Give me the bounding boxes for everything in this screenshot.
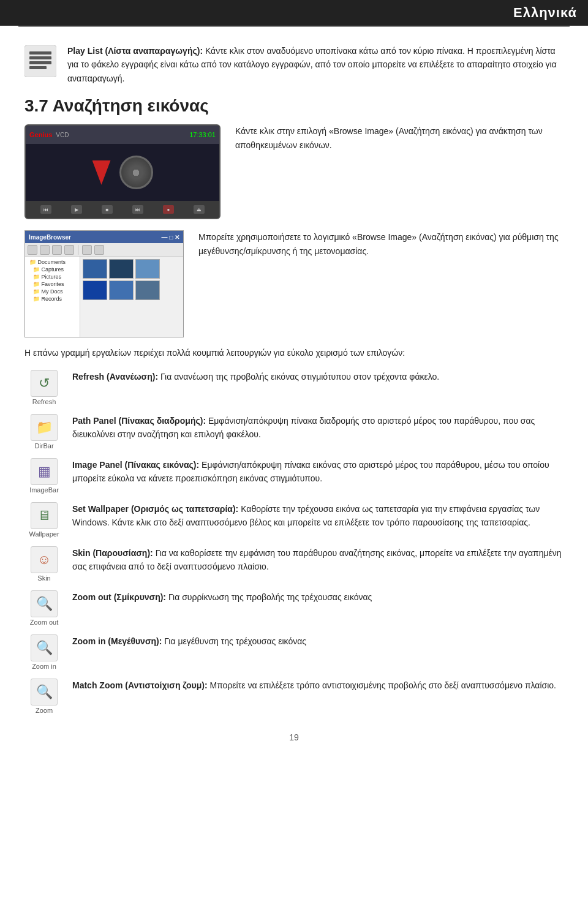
tool-item-zoomout: 🔍Zoom outZoom out (Σμίκρυνση): Για συρρί… xyxy=(24,590,564,626)
tool-title-zoom: Match Zoom (Αντιστοίχιση ζουμ): xyxy=(72,680,210,690)
browse-win-body: 📁 Documents 📁 Captures 📁 Pictures 📁 Favo… xyxy=(25,257,183,337)
browse-win-toolbar xyxy=(25,243,183,257)
thumb-2 xyxy=(109,259,134,279)
tools-container: ↺RefreshRefresh (Ανανέωση): Για ανανέωση… xyxy=(24,370,564,714)
vcd-top: Genius VCD 17:33:01 xyxy=(26,126,219,144)
intro-text: Play List (Λίστα αναπαραγωγής): Κάντε κλ… xyxy=(67,44,564,85)
vcd-middle: ⏺ xyxy=(26,144,219,201)
tool-text-wallpaper: Set Wallpaper (Ορισμός ως ταπετσαρία): Κ… xyxy=(72,502,564,530)
tool-icon-refresh: ↺ xyxy=(31,370,58,397)
tool-icon-imagebar: ▦ xyxy=(31,458,58,485)
toolbar-desc: Η επάνω γραμμή εργαλείων περιέχει πολλά … xyxy=(24,346,564,359)
tool-desc-refresh: Για ανανέωση της προβολής εικόνας στιγμι… xyxy=(160,372,439,382)
page-footer: 19 xyxy=(24,732,564,754)
tool-title-zoomout: Zoom out (Σμίκρυνση): xyxy=(72,592,168,602)
playlist-icon xyxy=(24,45,56,77)
tool-text-zoomout: Zoom out (Σμίκρυνση): Για συρρίκνωση της… xyxy=(72,590,564,604)
tool-title-zoomin: Zoom in (Μεγέθυνση): xyxy=(72,636,164,646)
tool-icon-zoom: 🔍 xyxy=(31,679,58,705)
tool-icon-box-skin: ☺Skin xyxy=(24,546,64,582)
tool-icon-box-refresh: ↺Refresh xyxy=(24,370,64,405)
tb-btn-6 xyxy=(94,245,104,255)
vcd-screenshot: Genius VCD 17:33:01 ⏺ ⏮ ▶ ■ ⏭ ● ⏏ xyxy=(24,124,221,219)
vcd-btn-play: ▶ xyxy=(71,205,82,214)
tool-item-refresh: ↺RefreshRefresh (Ανανέωση): Για ανανέωση… xyxy=(24,370,564,405)
svg-rect-2 xyxy=(29,56,51,59)
browse-image-section: Genius VCD 17:33:01 ⏺ ⏮ ▶ ■ ⏭ ● ⏏ xyxy=(24,124,564,219)
tb-btn-5 xyxy=(82,245,92,255)
browse-image-right-text: Κάντε κλικ στην επιλογή «Browse Image» (… xyxy=(235,124,564,152)
vcd-btn-stop: ■ xyxy=(102,205,113,214)
thumb-5 xyxy=(109,280,134,300)
tool-title-imagebar: Image Panel (Πίνακας εικόνας): xyxy=(72,460,202,470)
tool-desc-zoomin: Για μεγέθυνση της τρέχουσας εικόνας xyxy=(164,636,306,646)
tool-icon-box-dirbar: 📁DirBar xyxy=(24,414,64,450)
header-bar: Ελληνικά xyxy=(0,0,588,26)
tool-icon-label-imagebar: ImageBar xyxy=(29,486,59,494)
tool-icon-label-wallpaper: Wallpaper xyxy=(29,530,59,538)
tool-icon-label-skin: Skin xyxy=(37,574,50,582)
page-number: 19 xyxy=(289,732,299,742)
tool-item-wallpaper: 🖥WallpaperSet Wallpaper (Ορισμός ως ταπε… xyxy=(24,502,564,538)
svg-rect-3 xyxy=(29,61,51,64)
tb-btn-4 xyxy=(64,245,74,255)
vcd-btn-prev: ⏮ xyxy=(40,205,51,214)
browse-lower-text: Μπορείτε χρησιμοποιήσετε το λογισμικό «B… xyxy=(198,230,564,337)
tool-icon-box-imagebar: ▦ImageBar xyxy=(24,458,64,494)
vcd-time: 17:33:01 xyxy=(189,131,216,138)
tool-icon-label-dirbar: DirBar xyxy=(34,442,53,450)
tool-text-imagebar: Image Panel (Πίνακας εικόνας): Εμφάνιση/… xyxy=(72,458,564,486)
tool-desc-zoom: Μπορείτε να επιλέξετε τρόπο αντιστοιχισμ… xyxy=(210,680,556,690)
tool-icon-label-zoomin: Zoom in xyxy=(32,663,56,670)
tb-btn-1 xyxy=(28,245,37,255)
vcd-btn-eject: ⏏ xyxy=(194,205,205,214)
tool-icon-label-zoomout: Zoom out xyxy=(30,619,58,626)
tool-text-skin: Skin (Παρουσίαση): Για να καθορίσετε την… xyxy=(72,546,564,574)
tool-icon-dirbar: 📁 xyxy=(31,414,58,441)
tb-btn-3 xyxy=(52,245,62,255)
tool-title-refresh: Refresh (Ανανέωση): xyxy=(72,372,160,382)
thumb-1 xyxy=(83,259,107,279)
browse-win-images xyxy=(80,257,183,337)
vcd-logo: Genius xyxy=(29,131,52,138)
intro-section: Play List (Λίστα αναπαραγωγής): Κάντε κλ… xyxy=(24,44,564,85)
vcd-circle: ⏺ xyxy=(119,156,153,189)
tool-icon-label-zoom: Zoom xyxy=(36,707,53,714)
vcd-btn-rec: ● xyxy=(163,205,174,214)
vcd-label: VCD xyxy=(56,132,69,138)
browse-win-title: ImageBrowser — □ ✕ xyxy=(25,231,183,243)
playlist-bold: Play List (Λίστα αναπαραγωγής): xyxy=(67,46,203,56)
browse-image-lower: ImageBrowser — □ ✕ 📁 Documents 📁 Capture… xyxy=(24,230,564,337)
tool-item-imagebar: ▦ImageBarImage Panel (Πίνακας εικόνας): … xyxy=(24,458,564,494)
tool-icon-box-zoom: 🔍Zoom xyxy=(24,679,64,714)
tool-item-zoomin: 🔍Zoom inZoom in (Μεγέθυνση): Για μεγέθυν… xyxy=(24,634,564,670)
tool-icon-zoomout: 🔍 xyxy=(31,590,58,617)
tool-title-dirbar: Path Panel (Πίνακας διαδρομής): xyxy=(72,416,208,426)
tool-text-zoomin: Zoom in (Μεγέθυνση): Για μεγέθυνση της τ… xyxy=(72,634,564,648)
tool-text-refresh: Refresh (Ανανέωση): Για ανανέωση της προ… xyxy=(72,370,564,383)
tool-icon-zoomin: 🔍 xyxy=(31,634,58,661)
tool-text-zoom: Match Zoom (Αντιστοίχιση ζουμ): Μπορείτε… xyxy=(72,679,564,692)
vcd-btn-next: ⏭ xyxy=(132,205,143,214)
tool-text-dirbar: Path Panel (Πίνακας διαδρομής): Εμφάνιση… xyxy=(72,414,564,442)
tool-title-skin: Skin (Παρουσίαση): xyxy=(72,548,156,558)
tool-icon-box-zoomout: 🔍Zoom out xyxy=(24,590,64,626)
thumb-4 xyxy=(83,280,107,300)
tool-title-wallpaper: Set Wallpaper (Ορισμός ως ταπετσαρία): xyxy=(72,504,241,514)
main-content: Play List (Λίστα αναπαραγωγής): Κάντε κλ… xyxy=(0,27,588,779)
tool-item-zoom: 🔍ZoomMatch Zoom (Αντιστοίχιση ζουμ): Μπο… xyxy=(24,679,564,714)
section-title: 3.7 Αναζήτηση εικόνας xyxy=(24,96,564,116)
tool-icon-wallpaper: 🖥 xyxy=(31,502,58,529)
tool-icon-skin: ☺ xyxy=(31,546,58,573)
vcd-controls: ⏮ ▶ ■ ⏭ ● ⏏ xyxy=(26,201,219,218)
tool-desc-zoomout: Για συρρίκνωση της προβολής της τρέχουσα… xyxy=(168,592,372,602)
svg-rect-4 xyxy=(29,66,47,69)
tb-btn-2 xyxy=(40,245,50,255)
tool-icon-box-wallpaper: 🖥Wallpaper xyxy=(24,502,64,538)
browse-win-tree: 📁 Documents 📁 Captures 📁 Pictures 📁 Favo… xyxy=(25,257,80,337)
tool-icon-label-refresh: Refresh xyxy=(32,398,56,405)
thumb-6 xyxy=(135,280,160,300)
tool-item-dirbar: 📁DirBarPath Panel (Πίνακας διαδρομής): Ε… xyxy=(24,414,564,450)
header-title: Ελληνικά xyxy=(513,5,577,20)
tool-item-skin: ☺SkinSkin (Παρουσίαση): Για να καθορίσετ… xyxy=(24,546,564,582)
